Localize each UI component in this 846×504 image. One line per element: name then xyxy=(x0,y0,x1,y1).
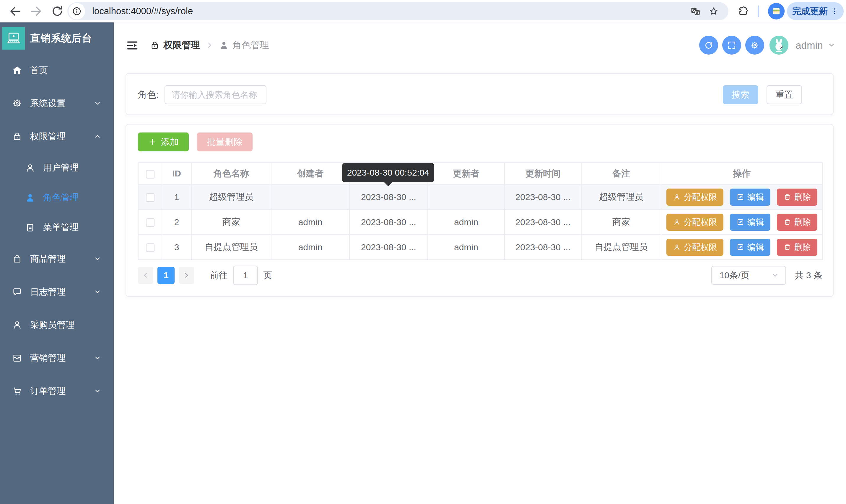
sidebar-menu: 首页 系统设置 权限管理 用户管理 角色管理 菜单管理 商品管理 xyxy=(0,54,114,408)
page-number-button[interactable]: 1 xyxy=(157,267,175,284)
extensions-icon[interactable] xyxy=(737,5,749,17)
trash-icon xyxy=(783,243,791,251)
cell-creator: admin xyxy=(271,210,349,235)
table-row[interactable]: 1 超级管理员 2023-08-30 ... 2023-08-30 ... 超级… xyxy=(138,184,823,210)
select-all-checkbox[interactable] xyxy=(146,170,155,179)
sidebar-item-system-settings[interactable]: 系统设置 xyxy=(0,87,114,120)
cell-update-time[interactable]: 2023-08-30 ... xyxy=(504,210,581,235)
sidebar-item-label: 角色管理 xyxy=(43,192,79,204)
clipboard-icon xyxy=(25,222,35,233)
cell-update-time[interactable]: 2023-08-30 ... xyxy=(504,184,581,210)
chevron-left-icon xyxy=(142,271,150,279)
edit-button[interactable]: 编辑 xyxy=(730,214,771,231)
url-bar[interactable]: localhost:4000/#/sys/role xyxy=(67,2,728,20)
delete-button[interactable]: 删除 xyxy=(777,214,817,231)
translate-icon[interactable] xyxy=(690,6,701,17)
sidebar-item-menu-management[interactable]: 菜单管理 xyxy=(0,213,114,242)
row-checkbox[interactable] xyxy=(146,244,155,252)
sidebar-item-permission[interactable]: 权限管理 xyxy=(0,120,114,153)
fullscreen-button[interactable] xyxy=(722,36,741,55)
delete-button[interactable]: 删除 xyxy=(777,239,817,256)
browser-update-button[interactable]: 完成更新 xyxy=(787,2,844,20)
user-filled-icon xyxy=(25,192,35,203)
cart-icon xyxy=(12,386,22,396)
sidebar-item-label: 日志管理 xyxy=(30,286,66,298)
edit-icon xyxy=(737,193,744,201)
cell-id: 3 xyxy=(162,235,191,260)
row-checkbox[interactable] xyxy=(146,218,155,227)
pagination: 1 前往 页 10条/页 共 3 条 xyxy=(138,266,822,285)
chevron-right-icon xyxy=(183,271,190,279)
delete-button[interactable]: 删除 xyxy=(777,188,817,206)
shopping-bag-icon xyxy=(12,253,22,264)
browser-menu-dots-icon[interactable] xyxy=(831,7,838,15)
search-button[interactable]: 搜索 xyxy=(723,85,758,104)
cell-role-name: 超级管理员 xyxy=(191,184,271,210)
chevron-down-icon xyxy=(93,287,102,296)
cell-id: 1 xyxy=(162,184,191,210)
settings-button[interactable] xyxy=(745,36,764,55)
goto-page-input[interactable] xyxy=(233,266,258,285)
edit-button[interactable]: 编辑 xyxy=(730,188,771,206)
cell-create-time[interactable]: 2023-08-30 ... xyxy=(349,235,428,260)
sidebar-item-product-management[interactable]: 商品管理 xyxy=(0,242,114,275)
batch-delete-button[interactable]: 批量删除 xyxy=(197,132,253,151)
sidebar-item-user-management[interactable]: 用户管理 xyxy=(0,153,114,183)
sidebar-item-buyer-management[interactable]: 采购员管理 xyxy=(0,308,114,341)
sidebar-item-home[interactable]: 首页 xyxy=(0,54,114,87)
edit-icon xyxy=(737,243,744,251)
sidebar-fold-icon[interactable] xyxy=(125,39,139,52)
breadcrumb-level1[interactable]: 权限管理 xyxy=(163,39,200,51)
role-search-label: 角色: xyxy=(138,74,159,116)
browser-profile-avatar[interactable] xyxy=(768,3,784,19)
user-icon xyxy=(673,218,681,226)
user-avatar[interactable] xyxy=(770,36,789,55)
chevron-down-icon xyxy=(93,254,102,263)
table-row[interactable]: 3 自提点管理员 admin 2023-08-30 ... admin 2023… xyxy=(138,235,823,260)
user-icon xyxy=(673,243,681,251)
chevron-down-icon xyxy=(93,99,102,108)
browser-reload-icon[interactable] xyxy=(50,4,64,18)
site-info-icon[interactable] xyxy=(69,3,85,19)
sidebar-item-role-management[interactable]: 角色管理 xyxy=(0,183,114,213)
search-actions: 搜索 重置 xyxy=(723,85,802,104)
pagination-right: 10条/页 共 3 条 xyxy=(711,266,822,285)
assign-permission-button[interactable]: 分配权限 xyxy=(667,188,723,206)
next-page-button[interactable] xyxy=(179,267,194,284)
bookmark-star-icon[interactable] xyxy=(708,6,719,17)
cell-update-time[interactable]: 2023-08-30 ... xyxy=(504,235,581,260)
app-title: 直销系统后台 xyxy=(30,32,92,45)
username[interactable]: admin xyxy=(795,39,823,51)
sidebar-item-label: 菜单管理 xyxy=(43,221,79,233)
chevron-down-icon xyxy=(771,271,779,280)
sidebar-item-label: 首页 xyxy=(30,64,48,76)
url-text[interactable]: localhost:4000/#/sys/role xyxy=(92,2,193,20)
user-icon xyxy=(25,163,35,173)
browser-toolbar: localhost:4000/#/sys/role 完成更新 xyxy=(0,0,846,22)
add-button[interactable]: 添加 xyxy=(138,132,189,151)
refresh-icon xyxy=(704,40,714,50)
table-row[interactable]: 2 商家 admin 2023-08-30 ... admin 2023-08-… xyxy=(138,210,823,235)
cell-create-time[interactable]: 2023-08-30 ... xyxy=(349,210,428,235)
prev-page-button[interactable] xyxy=(138,267,153,284)
assign-permission-button[interactable]: 分配权限 xyxy=(667,214,723,231)
home-icon xyxy=(12,65,22,75)
refresh-button[interactable] xyxy=(699,36,718,55)
row-checkbox[interactable] xyxy=(146,193,155,202)
browser-forward-icon[interactable] xyxy=(29,4,43,18)
chevron-down-icon[interactable] xyxy=(827,41,836,50)
cell-updater: admin xyxy=(428,235,504,260)
browser-back-icon[interactable] xyxy=(8,4,22,18)
toolbar-divider xyxy=(758,5,759,17)
page-size-select[interactable]: 10条/页 xyxy=(711,266,786,285)
assign-permission-button[interactable]: 分配权限 xyxy=(667,239,723,256)
sidebar-item-log-management[interactable]: 日志管理 xyxy=(0,275,114,308)
cell-role-name: 商家 xyxy=(191,210,271,235)
edit-button[interactable]: 编辑 xyxy=(730,239,771,256)
sidebar-item-marketing-management[interactable]: 营销管理 xyxy=(0,341,114,375)
sidebar-item-order-management[interactable]: 订单管理 xyxy=(0,375,114,408)
reset-button[interactable]: 重置 xyxy=(766,85,802,104)
table-toolbar: 添加 批量删除 xyxy=(138,132,253,151)
role-search-input[interactable] xyxy=(165,85,266,104)
role-table-panel: 添加 批量删除 ID 角色名称 创建者 创建时间 更新者 更新时间 备注 操作 xyxy=(125,124,833,297)
